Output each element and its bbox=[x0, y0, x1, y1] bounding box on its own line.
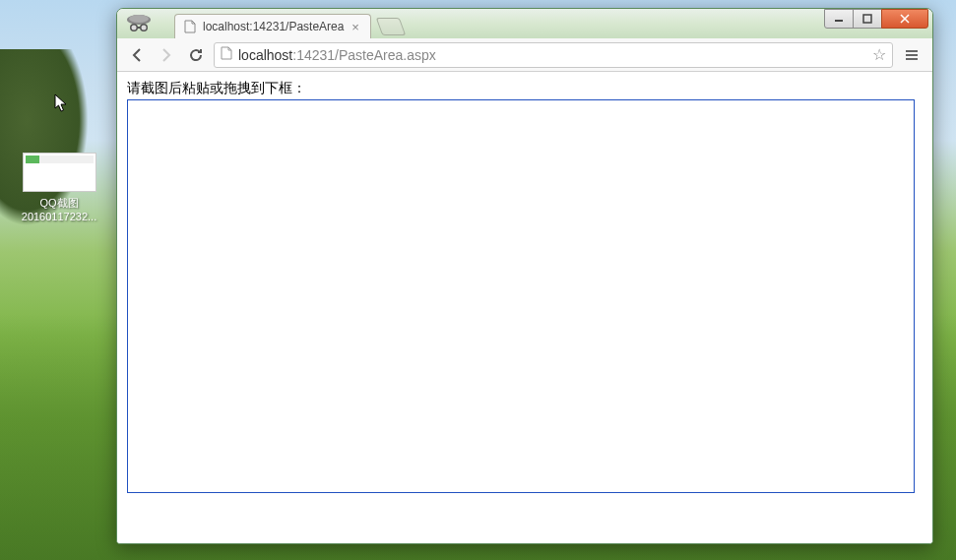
menu-button[interactable] bbox=[899, 42, 924, 68]
file-label: QQ截图 20160117232... bbox=[15, 196, 103, 224]
svg-rect-11 bbox=[906, 58, 918, 60]
desktop-background: QQ截图 20160117232... bbox=[0, 0, 956, 560]
tab-close-button[interactable]: × bbox=[349, 20, 362, 33]
url-path: :14231/PasteArea.aspx bbox=[292, 47, 436, 63]
browser-tab[interactable]: localhost:14231/PasteArea × bbox=[174, 14, 371, 38]
reload-button[interactable] bbox=[184, 43, 208, 67]
titlebar[interactable]: localhost:14231/PasteArea × bbox=[117, 9, 932, 38]
desktop-file-icon[interactable]: QQ截图 20160117232... bbox=[15, 153, 103, 224]
new-tab-button[interactable] bbox=[376, 18, 407, 35]
incognito-icon bbox=[125, 13, 153, 34]
window-controls bbox=[825, 9, 928, 29]
svg-rect-10 bbox=[906, 54, 918, 56]
file-thumbnail bbox=[23, 153, 96, 192]
paste-drop-area[interactable] bbox=[127, 99, 915, 493]
minimize-button[interactable] bbox=[824, 9, 854, 29]
svg-point-6 bbox=[142, 26, 147, 31]
svg-rect-8 bbox=[863, 15, 871, 23]
svg-point-5 bbox=[132, 26, 137, 31]
svg-rect-4 bbox=[137, 27, 141, 29]
url-host: localhost bbox=[238, 47, 292, 63]
back-button[interactable] bbox=[125, 43, 149, 67]
close-button[interactable] bbox=[881, 9, 928, 29]
instruction-text: 请截图后粘贴或拖拽到下框： bbox=[127, 80, 923, 97]
bookmark-star-icon[interactable]: ☆ bbox=[872, 45, 886, 64]
page-content: 请截图后粘贴或拖拽到下框： bbox=[117, 72, 932, 543]
page-icon bbox=[221, 46, 232, 63]
page-icon bbox=[183, 20, 197, 33]
forward-button[interactable] bbox=[155, 43, 178, 67]
maximize-button[interactable] bbox=[853, 9, 882, 29]
svg-rect-7 bbox=[835, 20, 843, 22]
browser-window: localhost:14231/PasteArea × bbox=[116, 8, 933, 544]
address-bar[interactable]: localhost:14231/PasteArea.aspx ☆ bbox=[214, 42, 893, 68]
svg-point-1 bbox=[129, 15, 149, 23]
svg-rect-9 bbox=[906, 50, 918, 52]
tab-title: localhost:14231/PasteArea bbox=[203, 20, 344, 33]
browser-toolbar: localhost:14231/PasteArea.aspx ☆ bbox=[117, 38, 932, 72]
tab-strip: localhost:14231/PasteArea × bbox=[174, 9, 403, 38]
